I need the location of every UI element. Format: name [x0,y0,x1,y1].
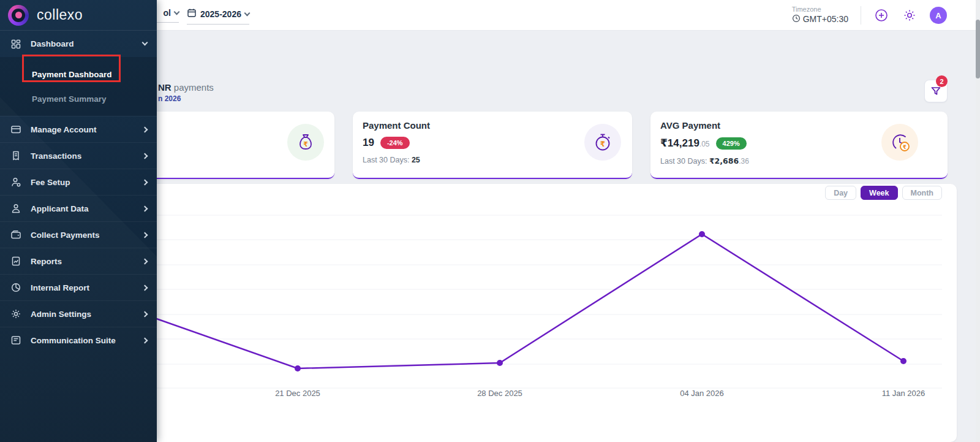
timezone-label: Timezone [792,6,848,14]
chevron-right-icon [142,232,148,238]
timezone-value: GMT+05:30 [803,14,848,25]
subitem-label: Payment Summary [32,94,107,104]
wallet-icon [10,229,22,240]
chart-data-point[interactable] [497,360,503,366]
x-axis-tick: 11 Jan 2026 [861,389,946,398]
pie-report-icon [10,282,22,293]
applicant-icon [10,203,22,214]
chart-line-series [96,231,907,372]
last-30-days-fraction: .36 [739,157,749,166]
toggle-week-button[interactable]: Week [861,186,897,200]
chevron-right-icon [142,311,148,317]
x-axis-tick: 21 Dec 2025 [255,389,341,398]
chart-data-point[interactable] [900,358,907,364]
chevron-right-icon [142,205,148,211]
add-button[interactable] [873,7,889,23]
sidebar-nav: collexo Dashboard Payment Dashboard Paym… [0,0,157,442]
summary-card-avg-payment: AVG Payment ₹14,219.05 429% Last 30 Days… [650,112,948,179]
trend-badge: -24% [380,137,410,149]
page-title-highlight: NR [158,82,172,93]
timezone-block: Timezone GMT+05:30 [792,6,848,25]
svg-text:₹: ₹ [600,140,605,148]
chevron-right-icon [142,179,148,185]
sidebar-item-label: Applicant Data [31,204,134,213]
sidebar-item-manage-account[interactable]: Manage Account [0,116,157,142]
subitem-label: Payment Dashboard [32,70,112,79]
payments-line-chart [55,199,957,420]
clock-rupee-icon: ₹ [881,124,918,161]
chevron-right-icon [142,284,148,291]
sidebar-item-admin-settings[interactable]: Admin Settings [0,300,157,327]
user-avatar[interactable]: A [930,7,947,24]
sidebar-item-fee-setup[interactable]: Fee Setup [0,169,157,195]
date-range-subtitle: n 2026 [158,94,181,103]
avg-payment-value: 14,219 [668,137,699,149]
sidebar-item-label: Communication Suite [31,336,134,345]
last-30-days-value: 25 [412,156,420,164]
payment-count-value: 19 [363,137,374,149]
sidebar-item-communication-suite[interactable]: Communication Suite [0,327,157,353]
svg-text:₹: ₹ [903,144,907,150]
sidebar-item-label: Reports [31,257,134,266]
dashboard-submenu: Payment Dashboard Payment Summary [0,57,157,116]
collexo-logo-icon [8,5,29,26]
credit-card-icon [10,124,22,135]
page-title-rest: payments [172,82,214,93]
sidebar-item-label: Transactions [31,151,134,161]
money-bag-rupee-icon: ₹ [287,124,324,161]
sidebar-item-collect-payments[interactable]: Collect Payments [0,221,157,248]
sidebar-item-transactions[interactable]: Transactions [0,142,157,169]
chart-data-point[interactable] [295,365,301,372]
sidebar-item-label: Fee Setup [31,178,134,187]
sidebar-item-label: Collect Payments [31,231,134,240]
clock-history-icon [792,14,801,26]
brand-logo-row[interactable]: collexo [0,0,157,31]
chevron-right-icon [142,126,148,132]
summary-card-payment-count: Payment Count 19 -24% Last 30 Days: 25 ₹ [353,112,632,179]
chevron-right-icon [142,258,148,264]
chevron-down-icon [142,40,148,46]
last-30-days-label: Last 30 Days: [660,157,707,166]
svg-text:₹: ₹ [303,140,308,148]
plus-circle-icon [874,8,889,23]
sidebar-item-label: Admin Settings [31,310,134,319]
sidebar-item-applicant-data[interactable]: Applicant Data [0,195,157,221]
sidebar-item-reports[interactable]: Reports [0,248,157,274]
chevron-down-icon [174,9,180,15]
granularity-toggle: Day Week Month [825,186,942,200]
last-30-days-amount: ₹2,686 [709,156,739,166]
academic-year-select[interactable]: 2025-2026 [187,8,249,25]
calendar-icon [187,8,197,20]
sidebar-subitem-payment-summary[interactable]: Payment Summary [0,86,157,111]
stopwatch-rupee-icon: ₹ [584,124,621,161]
sidebar-item-dashboard[interactable]: Dashboard [0,31,157,57]
gear-icon [902,8,917,23]
chevron-right-icon [142,153,148,159]
sidebar-item-internal-report[interactable]: Internal Report [0,274,157,300]
sidebar-subitem-payment-dashboard[interactable]: Payment Dashboard [0,62,157,86]
card-title: Payment Count [363,120,622,131]
divider [861,6,861,25]
settings-button[interactable] [902,7,918,23]
scrollbar-thumb[interactable] [976,20,980,78]
academic-year-label: 2025-2026 [200,9,241,19]
chevron-right-icon [142,337,148,343]
toggle-day-button[interactable]: Day [825,186,856,200]
message-doc-icon [10,335,22,346]
chart-data-point[interactable] [699,231,705,237]
sidebar-item-label: Internal Report [31,283,134,292]
sidebar-item-label: Dashboard [31,39,134,48]
filter-count-badge: 2 [936,75,948,87]
x-axis-tick: 28 Dec 2025 [457,389,543,398]
dashboard-grid-icon [10,39,22,50]
vertical-scrollbar [976,0,980,442]
chevron-down-icon [244,10,251,16]
toggle-month-button[interactable]: Month [902,186,942,200]
payments-line-chart-card: Day Week Month 21 Dec 2025 28 Dec 2025 0… [55,184,957,442]
school-select-label: ol [164,8,171,18]
gear-icon [10,308,22,319]
report-icon [10,256,22,267]
avg-payment-fraction: .05 [699,140,710,148]
receipt-icon [10,150,22,161]
page-title: NR payments [158,82,214,93]
